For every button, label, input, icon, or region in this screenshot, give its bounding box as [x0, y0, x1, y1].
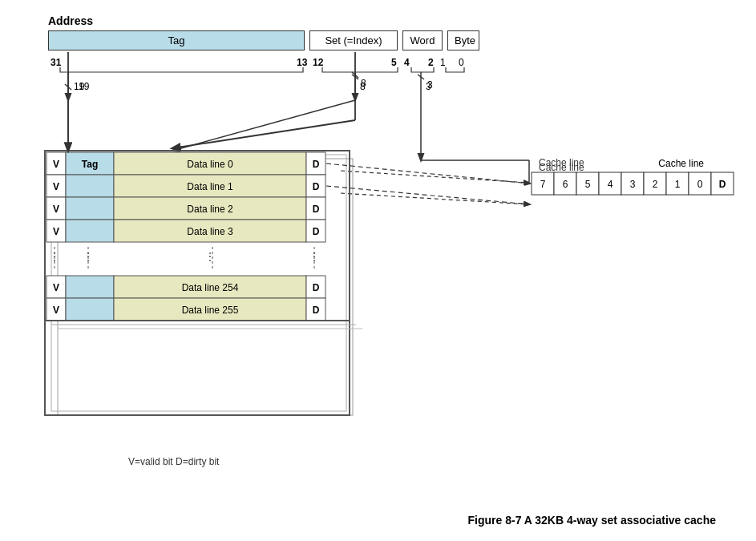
svg-rect-52	[46, 175, 66, 197]
cache-line-label: Cache line	[658, 158, 704, 169]
svg-text:19: 19	[74, 81, 85, 92]
svg-line-106	[326, 164, 530, 184]
svg-rect-62	[114, 197, 306, 220]
svg-text:2: 2	[653, 179, 658, 190]
svg-rect-31	[621, 172, 644, 195]
svg-rect-35	[666, 172, 689, 195]
figure-caption: Figure 8-7 A 32KB 4-way set associative …	[468, 514, 716, 527]
svg-text:5: 5	[391, 57, 397, 68]
svg-text:0: 0	[697, 179, 703, 190]
svg-text:D: D	[313, 159, 320, 170]
svg-text:⋮: ⋮	[309, 250, 320, 263]
svg-rect-93	[306, 298, 325, 321]
svg-line-107	[326, 186, 530, 204]
svg-line-102	[352, 72, 358, 78]
svg-text:7: 7	[540, 179, 546, 190]
svg-rect-48	[114, 152, 306, 175]
svg-text:13: 13	[297, 57, 308, 68]
svg-text:2: 2	[428, 57, 434, 68]
svg-text:6: 6	[563, 179, 568, 190]
svg-rect-83	[66, 276, 114, 298]
svg-text:⋮: ⋮	[204, 250, 216, 263]
svg-rect-81	[46, 276, 66, 298]
tag-field: Tag	[48, 30, 305, 50]
svg-rect-41	[58, 159, 353, 415]
svg-line-21	[341, 171, 529, 183]
svg-text:31: 31	[51, 57, 62, 68]
svg-rect-39	[711, 172, 734, 195]
svg-rect-88	[46, 298, 66, 321]
svg-rect-29	[599, 172, 621, 195]
svg-line-22	[341, 193, 529, 204]
svg-rect-43	[45, 151, 350, 415]
svg-line-101	[65, 84, 71, 90]
svg-text:3: 3	[427, 79, 433, 91]
svg-text:Tag: Tag	[82, 159, 98, 170]
address-fields: Tag Set (=Index) Word Byte	[48, 30, 479, 50]
svg-text:8: 8	[360, 81, 366, 92]
svg-rect-57	[306, 175, 325, 197]
svg-text:V: V	[53, 282, 59, 293]
svg-text:1: 1	[675, 179, 681, 190]
svg-rect-46	[66, 152, 114, 175]
svg-text:Data line 2: Data line 2	[187, 204, 233, 215]
svg-rect-59	[46, 197, 66, 220]
address-label: Address	[48, 14, 93, 27]
svg-text:Data line 255: Data line 255	[182, 305, 239, 316]
svg-rect-61	[66, 197, 114, 220]
svg-rect-86	[306, 276, 325, 298]
svg-text:D: D	[313, 305, 320, 316]
svg-rect-50	[306, 152, 325, 175]
svg-text:D: D	[313, 226, 320, 237]
svg-text:D: D	[313, 204, 320, 215]
svg-text:⋮: ⋮	[49, 250, 60, 263]
svg-rect-42	[51, 155, 346, 411]
svg-text:Data line 254: Data line 254	[182, 282, 239, 293]
svg-rect-91	[114, 298, 306, 321]
svg-text:⋮: ⋮	[83, 250, 94, 263]
svg-rect-90	[66, 298, 114, 321]
svg-text:V: V	[53, 159, 59, 170]
byte-field: Byte	[447, 30, 479, 50]
svg-text:Cache line: Cache line	[539, 162, 584, 173]
svg-rect-69	[114, 220, 306, 242]
diagram-container: Address Tag Set (=Index) Word Byte Cache…	[0, 0, 756, 541]
svg-rect-66	[46, 220, 66, 242]
svg-rect-54	[66, 175, 114, 197]
svg-rect-27	[576, 172, 599, 195]
svg-rect-33	[644, 172, 666, 195]
svg-text:D: D	[313, 282, 320, 293]
svg-rect-68	[66, 220, 114, 242]
svg-text:3: 3	[426, 81, 431, 92]
svg-text:12: 12	[313, 57, 324, 68]
svg-line-12	[352, 75, 358, 79]
svg-text:V: V	[53, 181, 59, 192]
svg-text:D: D	[719, 179, 726, 190]
svg-rect-84	[114, 276, 306, 298]
set-field: Set (=Index)	[309, 30, 398, 50]
svg-text:Data line 0: Data line 0	[187, 159, 233, 170]
legend: V=valid bit D=dirty bit	[128, 456, 219, 467]
svg-rect-55	[114, 175, 306, 197]
svg-rect-23	[532, 172, 554, 195]
svg-rect-37	[689, 172, 711, 195]
svg-text:3: 3	[630, 179, 636, 190]
svg-line-17	[172, 100, 355, 151]
svg-line-15	[418, 75, 424, 79]
svg-text:D: D	[313, 181, 320, 192]
svg-text:Data line 1: Data line 1	[187, 181, 233, 192]
svg-text:0: 0	[459, 57, 464, 68]
svg-rect-44	[46, 152, 66, 175]
svg-rect-71	[306, 220, 325, 242]
word-field: Word	[402, 30, 443, 50]
svg-text:Data line 3: Data line 3	[187, 226, 233, 237]
svg-text:8: 8	[361, 78, 366, 89]
svg-overlay: 31 13 12 5 4 2 1 0 19 8 3	[0, 0, 756, 541]
svg-text:V: V	[53, 204, 59, 215]
svg-text:19: 19	[79, 81, 90, 92]
svg-text:4: 4	[608, 179, 613, 190]
svg-rect-25	[554, 172, 576, 195]
svg-text:1: 1	[440, 57, 446, 68]
svg-line-100	[172, 120, 355, 148]
svg-text:V: V	[53, 226, 59, 237]
